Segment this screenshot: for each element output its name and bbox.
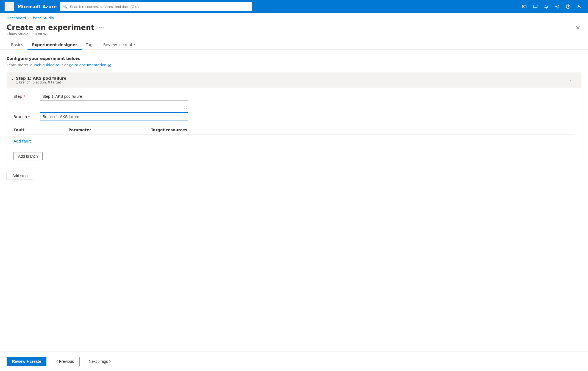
branch-menu-button[interactable]: ··· [181,105,189,111]
breadcrumb-chaos-studio[interactable]: Chaos Studio [30,16,54,20]
tab-basics[interactable]: Basics [7,40,27,50]
hamburger-menu-button[interactable]: ☰ [4,2,14,11]
add-branch-button[interactable]: Add branch [13,152,43,160]
page-subtitle: Chaos Studio | PREVIEW [7,32,575,36]
page-ellipsis-button[interactable]: ··· [97,24,106,31]
step-title-text: Step 1: AKS pod failure [16,76,66,80]
external-link-icon [108,64,111,67]
tab-review-create[interactable]: Review + create [99,40,139,50]
fault-table-header: Fault Parameter Target resources [13,125,575,135]
tab-experiment-designer[interactable]: Experiment designer [27,40,81,50]
learn-more-row: Learn more; launch guided tour or go to … [7,63,581,67]
tabs-container: Basics Experiment designer Tags Review +… [0,36,588,50]
page-header: Create an experiment ··· Chaos Studio | … [0,20,588,36]
fault-column-header: Fault [13,128,68,132]
step-required-indicator: * [23,94,25,99]
step-label: Step * [13,94,35,99]
branch-required-indicator: * [28,115,30,119]
svg-point-4 [568,7,568,8]
step-menu-button[interactable]: ··· [568,77,577,83]
breadcrumb-sep-2: › [56,16,57,20]
breadcrumb-dashboard[interactable]: Dashboard [7,16,26,20]
target-column-header: Target resources [151,128,575,132]
page-title-row: Create an experiment ··· [7,23,575,32]
step-card: ∧ Step 1: AKS pod failure 1 branch, 0 ac… [7,72,581,165]
portal-feedback-icon[interactable] [531,2,540,11]
notifications-icon[interactable] [542,2,551,11]
step-form-row: Step * [13,92,575,101]
tab-tags[interactable]: Tags [82,40,99,50]
search-input[interactable] [70,5,249,9]
docs-link-text: go to documentation [69,63,106,67]
account-icon[interactable] [575,2,584,11]
breadcrumb-sep-1: › [28,16,29,20]
or-text: or [64,63,69,67]
step-body: Step * ··· Branch * Fault Parameter Targ… [7,88,581,165]
nav-icon-group [520,2,584,11]
close-button[interactable]: ✕ [575,23,581,32]
docs-link[interactable]: go to documentation [69,63,111,67]
step-header: ∧ Step 1: AKS pod failure 1 branch, 0 ac… [7,73,581,88]
main-content: Configure your experiment below. Learn m… [0,50,588,202]
branch-form-row: Branch * [13,112,575,121]
search-icon: 🔍 [63,5,68,9]
learn-more-prefix: Learn more; [7,63,28,67]
breadcrumb: Dashboard › Chaos Studio › [0,13,588,20]
page-title-text: Create an experiment [7,23,94,32]
page-title-area: Create an experiment ··· Chaos Studio | … [7,23,575,36]
svg-point-5 [578,5,580,7]
settings-icon[interactable] [553,2,562,11]
step-name-input[interactable] [40,92,188,101]
svg-rect-1 [533,5,537,8]
step-title-group: Step 1: AKS pod failure 1 branch, 0 acti… [16,76,66,84]
step-subtitle-text: 1 branch, 0 action, 0 target [16,80,66,84]
branch-label: Branch * [13,115,35,119]
step-chevron-icon[interactable]: ∧ [11,78,14,82]
parameter-column-header: Parameter [68,128,151,132]
svg-rect-0 [522,5,526,8]
step-header-left: ∧ Step 1: AKS pod failure 1 branch, 0 ac… [11,76,66,84]
app-title: Microsoft Azure [18,4,57,9]
search-bar: 🔍 [60,2,252,11]
help-icon[interactable] [564,2,573,11]
add-fault-link[interactable]: Add fault [13,139,31,143]
branch-name-input[interactable] [40,112,188,121]
add-step-button[interactable]: Add step [7,172,33,180]
branch-menu-row: ··· [13,105,189,111]
top-navigation: ☰ Microsoft Azure 🔍 [0,0,588,13]
svg-point-2 [557,6,558,7]
configure-text: Configure your experiment below. [7,56,581,61]
guided-tour-link[interactable]: launch guided tour [29,63,63,67]
cloud-shell-icon[interactable] [520,2,529,11]
